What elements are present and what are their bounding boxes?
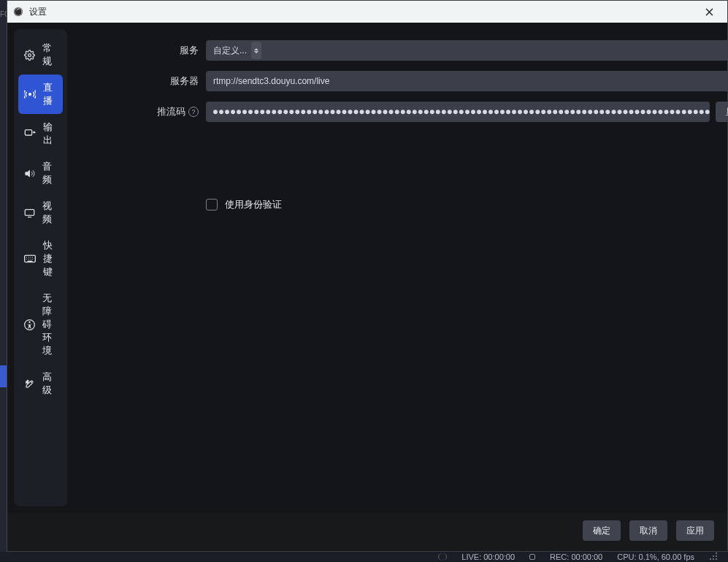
server-input[interactable] [206, 71, 728, 91]
window-title: 设置 [29, 6, 47, 18]
dialog-button-bar: 确定 取消 应用 [7, 513, 727, 551]
apply-button[interactable]: 应用 [676, 520, 714, 541]
resize-grip-icon[interactable] [709, 552, 719, 562]
close-button[interactable] [697, 1, 721, 23]
sidebar-item-accessibility[interactable]: 无障碍环境 [14, 285, 67, 364]
updown-icon[interactable] [251, 42, 261, 59]
accessibility-icon [24, 319, 35, 330]
ok-button[interactable]: 确定 [583, 520, 621, 541]
sidebar-item-hotkeys[interactable]: 快捷键 [14, 232, 67, 285]
sidebar-item-general[interactable]: 常规 [14, 35, 67, 75]
status-bar: LIVE: 00:00:00 REC: 00:00:00 CPU: 0.1%, … [0, 552, 728, 562]
gear-icon [24, 49, 35, 61]
streamkey-label: 推流码 [157, 105, 185, 118]
record-icon [529, 554, 535, 560]
sidebar-item-label: 直播 [43, 81, 53, 107]
close-icon [705, 8, 713, 16]
sidebar-item-label: 常规 [42, 42, 57, 68]
output-icon [24, 128, 36, 140]
sidebar-item-label: 音频 [42, 160, 57, 186]
sidebar-item-label: 视频 [42, 200, 57, 226]
server-label: 服务器 [67, 75, 206, 88]
sidebar-item-video[interactable]: 视频 [14, 193, 67, 232]
obs-logo-icon [13, 7, 23, 17]
svg-rect-5 [25, 209, 34, 215]
status-live: LIVE: 00:00:00 [461, 552, 515, 561]
svg-point-2 [28, 53, 31, 56]
service-value: 自定义... [213, 45, 247, 57]
keyboard-icon [24, 253, 36, 265]
tools-icon [24, 378, 35, 390]
monitor-icon [24, 207, 35, 219]
sidebar-item-label: 高级 [42, 371, 57, 397]
use-auth-checkbox[interactable] [206, 199, 218, 210]
use-auth-label: 使用身份验证 [225, 198, 282, 211]
sidebar-item-advanced[interactable]: 高级 [14, 364, 67, 403]
settings-dialog: 设置 常规 直播 输出 音频 视频 [7, 0, 728, 552]
svg-point-8 [28, 321, 31, 323]
sidebar-item-audio[interactable]: 音频 [14, 153, 67, 193]
antenna-icon [24, 88, 36, 100]
service-combobox[interactable]: 自定义... [206, 40, 728, 61]
streamkey-input[interactable]: ●●●●●●●●●●●●●●●●●●●●●●●●●●●●●●●●●●●●●●●●… [206, 102, 710, 122]
sidebar-item-label: 无障碍环境 [42, 292, 57, 357]
sidebar-item-stream[interactable]: 直播 [18, 75, 63, 114]
signal-icon [438, 553, 447, 561]
cancel-button[interactable]: 取消 [629, 520, 667, 541]
settings-content: 服务 自定义... 服务器 推流码 ? [67, 23, 728, 513]
titlebar: 设置 [7, 1, 727, 23]
svg-point-3 [29, 94, 31, 96]
help-icon[interactable]: ? [188, 107, 199, 117]
settings-sidebar: 常规 直播 输出 音频 视频 快捷键 [14, 29, 67, 506]
status-cpu: CPU: 0.1%, 60.00 fps [617, 552, 694, 561]
status-rec: REC: 00:00:00 [550, 552, 602, 561]
service-label: 服务 [67, 44, 206, 57]
sidebar-item-output[interactable]: 输出 [14, 114, 67, 153]
sidebar-item-label: 快捷键 [43, 239, 57, 278]
show-key-button[interactable]: 显示 [716, 102, 728, 122]
speaker-icon [24, 167, 35, 179]
sidebar-item-label: 输出 [43, 121, 57, 147]
svg-rect-4 [25, 130, 31, 135]
